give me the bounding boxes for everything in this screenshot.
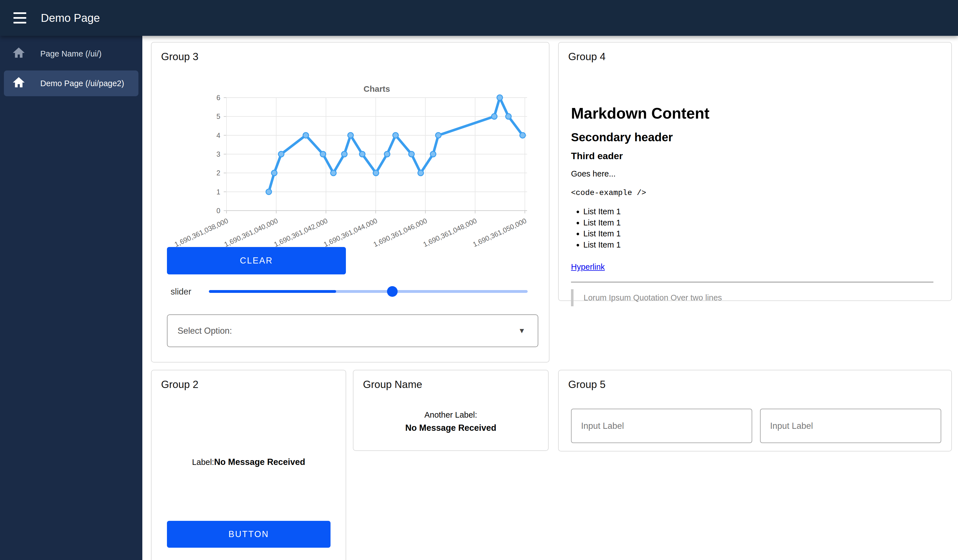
hyperlink[interactable]: Hyperlink <box>571 262 605 271</box>
select-option-dropdown[interactable]: Select Option: ▼ <box>167 314 538 347</box>
markdown-list: List Item 1 List Item 1 List Item 1 List… <box>571 207 933 250</box>
group2-title: Group 2 <box>161 379 346 390</box>
svg-text:2: 2 <box>216 169 220 177</box>
svg-text:1,690,361,046,000: 1,690,361,046,000 <box>372 216 428 248</box>
list-item: List Item 1 <box>583 229 933 238</box>
line-chart-container: 01234561,690,361,038,0001,690,361,040,00… <box>157 81 545 243</box>
markdown-paragraph: Goes here... <box>571 169 933 178</box>
svg-text:0: 0 <box>216 207 220 214</box>
svg-text:1,690,361,050,000: 1,690,361,050,000 <box>471 216 528 248</box>
menu-icon[interactable] <box>13 12 27 24</box>
slider[interactable] <box>209 290 528 293</box>
svg-text:4: 4 <box>216 132 220 139</box>
markdown-content: Markdown Content Secondary header Third … <box>571 105 933 306</box>
input-field-1[interactable] <box>571 409 752 443</box>
group2-button[interactable]: BUTTON <box>167 521 330 548</box>
slider-thumb[interactable] <box>387 286 398 297</box>
list-item: List Item 1 <box>583 219 933 227</box>
group4-card: Group 4 Markdown Content Secondary heade… <box>558 42 952 301</box>
list-item: List Item 1 <box>583 241 933 249</box>
home-icon <box>12 46 25 61</box>
group4-title: Group 4 <box>568 51 951 63</box>
sidebar-item-label: Page Name (/ui/) <box>40 49 102 59</box>
group-name-card: Group Name Another Label: No Message Rec… <box>353 370 549 451</box>
sidebar: Page Name (/ui/) Demo Page (/ui/page2) <box>0 36 142 560</box>
chevron-down-icon: ▼ <box>518 327 525 335</box>
code-snippet: <code-example /> <box>571 189 933 197</box>
message-label-row: Label:No Message Received <box>152 457 346 467</box>
app-header: Demo Page <box>0 0 958 36</box>
markdown-h2: Secondary header <box>571 131 933 144</box>
divider <box>571 282 933 282</box>
svg-text:1: 1 <box>216 188 220 196</box>
slider-fill <box>209 290 336 293</box>
group-name-title: Group Name <box>363 379 548 390</box>
group5-card: Group 5 <box>558 370 952 452</box>
svg-text:1,690,361,038,000: 1,690,361,038,000 <box>173 216 229 248</box>
group5-title: Group 5 <box>568 379 951 390</box>
svg-text:1,690,361,048,000: 1,690,361,048,000 <box>422 216 478 248</box>
svg-text:3: 3 <box>216 150 220 158</box>
page-title: Demo Page <box>41 12 100 24</box>
markdown-h1: Markdown Content <box>571 105 933 122</box>
sidebar-item-page-name[interactable]: Page Name (/ui/) <box>0 41 142 67</box>
svg-text:6: 6 <box>216 94 220 102</box>
list-item: List Item 1 <box>583 207 933 216</box>
label-value: No Message Received <box>214 457 305 467</box>
markdown-h3: Third eader <box>571 151 933 162</box>
svg-text:1,690,361,040,000: 1,690,361,040,000 <box>223 216 279 248</box>
input-field-2[interactable] <box>760 409 941 443</box>
group3-card: Group 3 01234561,690,361,038,0001,690,36… <box>151 42 549 363</box>
home-icon <box>12 76 25 91</box>
svg-text:1,690,361,044,000: 1,690,361,044,000 <box>322 216 379 248</box>
svg-text:Charts: Charts <box>363 84 390 94</box>
select-label: Select Option: <box>178 326 232 336</box>
another-label: Another Label: <box>354 410 548 420</box>
sidebar-item-demo-page[interactable]: Demo Page (/ui/page2) <box>4 70 138 96</box>
group2-card: Group 2 Label:No Message Received BUTTON <box>151 370 346 560</box>
another-label-value: No Message Received <box>354 423 548 433</box>
label-prefix: Label: <box>192 458 214 466</box>
svg-text:1,690,361,042,000: 1,690,361,042,000 <box>273 216 329 248</box>
clear-button[interactable]: CLEAR <box>167 247 346 274</box>
slider-label: slider <box>171 287 191 297</box>
svg-text:5: 5 <box>216 113 220 120</box>
group3-title: Group 3 <box>161 51 549 63</box>
blockquote: Lorum Ipsum Quotation Over two lines <box>571 289 933 306</box>
line-chart: 01234561,690,361,038,0001,690,361,040,00… <box>157 81 545 243</box>
sidebar-item-label: Demo Page (/ui/page2) <box>40 79 124 88</box>
